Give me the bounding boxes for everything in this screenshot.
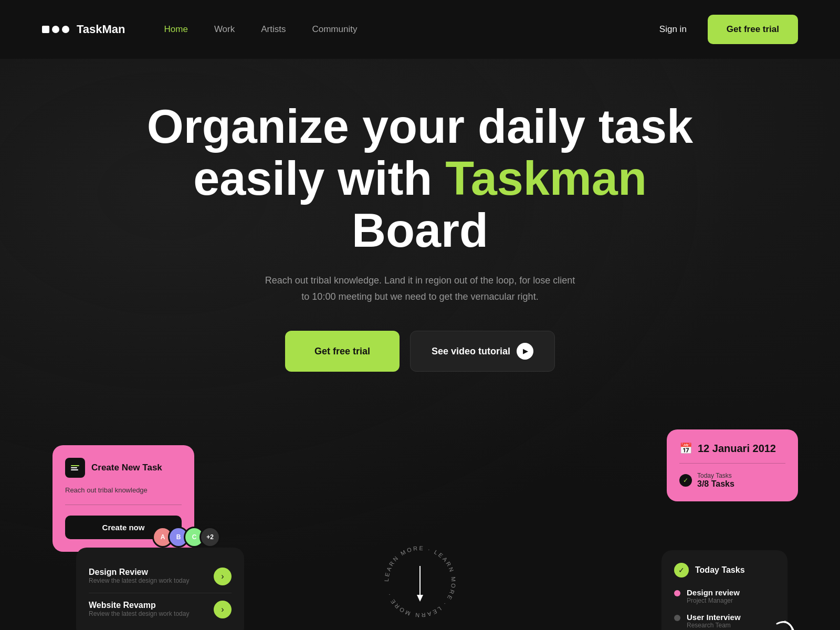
today-task-name-2: User Interview <box>687 613 741 622</box>
task-name-1: Design Review <box>89 568 189 577</box>
check-icon: ✓ <box>679 474 692 487</box>
logo-circle1 <box>52 26 59 33</box>
hero-section: Organize your daily task easily with Tas… <box>0 59 840 435</box>
video-button-label: See video tutorial <box>432 346 510 357</box>
decorative-squiggle <box>766 613 808 630</box>
task-arrow-1[interactable]: › <box>214 568 232 585</box>
task-desc-1: Review the latest design work today <box>89 577 189 584</box>
today-task-team-1: Project Manager <box>687 597 740 604</box>
task-count-row: ✓ Today Tasks 3/8 Tasks <box>679 472 785 489</box>
circular-text-svg: LEARN MORE · LEARN MORE · LEARN MORE · <box>378 540 462 624</box>
hero-title-post: Board <box>352 204 488 257</box>
hero-video-button[interactable]: See video tutorial ▶ <box>410 331 555 372</box>
brand-name: TaskMan <box>77 23 125 36</box>
calendar-icon: 📅 <box>679 442 692 455</box>
today-task-item: Design review Project Manager <box>674 588 775 604</box>
nav-trial-button[interactable]: Get free trial <box>708 15 798 44</box>
create-task-subtitle: Reach out tribal knowledge <box>65 486 182 494</box>
today-task-info-2: User Interview Research Team <box>687 613 741 629</box>
nav-left: TaskMan Home Work Artists Community <box>42 23 357 36</box>
check-circle-icon: ✓ <box>674 563 689 578</box>
hero-title-pre: easily with <box>193 152 445 205</box>
card-create-header: Create New Task <box>65 458 182 478</box>
circle-text-container: LEARN MORE · LEARN MORE · LEARN MORE · <box>378 540 462 624</box>
task-desc-2: Review the latest design work today <box>89 610 189 617</box>
hero-title-line1: Organize your daily task <box>147 100 693 153</box>
task-row-info: Design Review Review the latest design w… <box>89 568 189 584</box>
nav-right: Sign in Get free trial <box>659 15 798 44</box>
nav-home[interactable]: Home <box>164 24 188 34</box>
avatars-group: A B C +2 <box>158 527 220 548</box>
today-task-item: User Interview Research Team <box>674 613 775 629</box>
svg-marker-5 <box>417 595 423 602</box>
today-tasks-label: Today Tasks <box>697 472 734 479</box>
hero-title: Organize your daily task easily with Tas… <box>131 101 709 257</box>
task-row: Website Revamp Review the latest design … <box>89 593 232 626</box>
today-task-team-2: Research Team <box>687 622 741 629</box>
navbar: TaskMan Home Work Artists Community Sign… <box>0 0 840 59</box>
today-tasks-title: Today Tasks <box>695 565 745 575</box>
task-count: 3/8 Tasks <box>697 479 734 489</box>
task-count-info: Today Tasks 3/8 Tasks <box>697 472 734 489</box>
status-dot-inactive-1 <box>674 615 680 621</box>
nav-work[interactable]: Work <box>214 24 235 34</box>
task-icon <box>65 458 85 478</box>
hero-brand: Taskman <box>445 152 647 205</box>
logo-circle2 <box>62 26 69 33</box>
date-card: 📅 12 Januari 2012 ✓ Today Tasks 3/8 Task… <box>667 429 798 501</box>
logo-square <box>42 26 49 33</box>
svg-rect-2 <box>71 469 78 470</box>
svg-rect-0 <box>71 465 79 466</box>
nav-community[interactable]: Community <box>312 24 357 34</box>
nav-links: Home Work Artists Community <box>164 24 358 35</box>
task-row-info: Website Revamp Review the latest design … <box>89 601 189 617</box>
cards-area: Create New Task Reach out tribal knowled… <box>0 445 840 630</box>
create-task-title: Create New Task <box>91 463 162 473</box>
play-icon: ▶ <box>517 343 533 360</box>
status-dot-active <box>674 590 680 596</box>
hero-subtitle: Reach out tribal knowledge. Land it in r… <box>262 272 578 304</box>
avatar-extra: +2 <box>200 527 220 548</box>
hero-trial-button[interactable]: Get free trial <box>285 331 400 372</box>
task-name-2: Website Revamp <box>89 601 189 610</box>
nav-artists[interactable]: Artists <box>261 24 286 34</box>
logo-icon <box>42 26 69 33</box>
task-list-card: Design Review Review the latest design w… <box>76 548 244 630</box>
hero-buttons: Get free trial See video tutorial ▶ <box>42 331 798 372</box>
today-task-info-1: Design review Project Manager <box>687 588 740 604</box>
today-tasks-header: ✓ Today Tasks <box>674 563 775 578</box>
task-arrow-2[interactable]: › <box>214 601 232 618</box>
task-row: Design Review Review the latest design w… <box>89 560 232 593</box>
signin-button[interactable]: Sign in <box>659 24 687 35</box>
date-label: 12 Januari 2012 <box>698 443 776 455</box>
card-date-header: 📅 12 Januari 2012 <box>679 442 785 455</box>
svg-rect-1 <box>71 467 77 468</box>
today-task-name-1: Design review <box>687 588 740 597</box>
